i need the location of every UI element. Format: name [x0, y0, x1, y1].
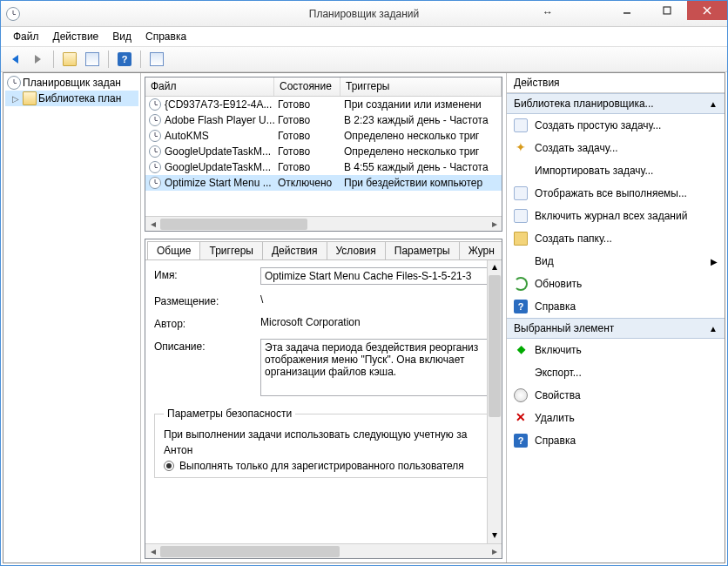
scroll-left-icon[interactable]: ◂	[145, 217, 160, 232]
action-item[interactable]: ✦Создать задачу...	[507, 137, 725, 159]
tab-triggers[interactable]: Триггеры	[199, 241, 263, 259]
menu-view[interactable]: Вид	[105, 29, 138, 44]
scroll-right-icon[interactable]: ▸	[487, 217, 502, 232]
help-icon: ?	[514, 300, 528, 313]
action-label: Создать папку...	[535, 232, 612, 245]
action-item[interactable]: ✕Удалить	[507, 407, 725, 429]
action-item[interactable]: Отображать все выполняемы...	[507, 182, 725, 205]
help-button[interactable]: ?	[114, 49, 135, 70]
label-description: Описание:	[154, 339, 260, 353]
clock-icon	[149, 177, 161, 189]
action-label: Справка	[535, 435, 576, 447]
action-item[interactable]: Включить журнал всех заданий	[507, 205, 725, 227]
task-name: Optimize Start Menu ...	[165, 177, 272, 189]
close-button[interactable]	[687, 1, 727, 20]
up-button[interactable]	[59, 49, 80, 70]
maximize-button[interactable]	[647, 1, 687, 20]
scroll-thumb[interactable]	[160, 546, 340, 557]
action-item[interactable]: Экспорт...	[507, 361, 725, 384]
refresh-icon	[514, 277, 528, 291]
header-state[interactable]: Состояние	[274, 77, 340, 96]
blank-icon	[514, 164, 528, 178]
tab-actions[interactable]: Действия	[262, 241, 327, 259]
panes-button[interactable]	[82, 49, 103, 70]
clock-icon	[149, 130, 161, 142]
back-button[interactable]	[4, 49, 25, 70]
tree-pane: Планировщик задан ▷ Библиотека план	[3, 73, 141, 563]
action-item[interactable]: ◆Включить	[507, 339, 725, 361]
menu-action[interactable]: Действие	[46, 29, 106, 44]
action-pane-button[interactable]	[146, 49, 167, 70]
scroll-thumb[interactable]	[160, 219, 307, 230]
action-item[interactable]: Создать папку...	[507, 227, 725, 250]
clock-icon	[149, 161, 161, 173]
radio-logged-user[interactable]	[164, 461, 174, 471]
actions-group-library[interactable]: Библиотека планировщика... ▲	[507, 93, 725, 114]
collapse-icon[interactable]: ▲	[709, 99, 718, 109]
clock-icon	[7, 76, 21, 90]
scroll-down-icon[interactable]: ▾	[488, 529, 502, 543]
vscroll-thumb[interactable]	[489, 275, 501, 417]
star-icon: ✦	[514, 141, 528, 155]
action-item[interactable]: Импортировать задачу...	[507, 159, 725, 182]
task-state: Готово	[274, 145, 340, 158]
task-name: Adobe Flash Player U...	[165, 114, 274, 126]
scroll-right-icon[interactable]: ▸	[487, 544, 502, 559]
scroll-left-icon[interactable]: ◂	[145, 544, 160, 559]
task-trigger: В 2:23 каждый день - Частота	[340, 114, 502, 126]
value-location: \	[260, 293, 493, 306]
actions-group-selected-label: Выбранный элемент	[514, 322, 614, 334]
tree-root[interactable]: Планировщик задан	[5, 75, 138, 91]
action-item[interactable]: Свойства	[507, 384, 725, 407]
tab-history[interactable]: Журн	[459, 241, 502, 259]
toolbar: ?	[1, 46, 727, 72]
details-panel: Общие Триггеры Действия Условия Параметр…	[145, 239, 502, 559]
table-row[interactable]: Optimize Start Menu ...ОтключеноПри безд…	[145, 175, 502, 191]
header-triggers[interactable]: Триггеры	[340, 77, 502, 96]
details-hscrollbar[interactable]: ◂ ▸	[145, 543, 502, 558]
action-icon	[514, 186, 528, 200]
action-item[interactable]: Создать простую задачу...	[507, 114, 725, 137]
description-field[interactable]	[260, 339, 493, 396]
task-state: Готово	[274, 161, 340, 173]
task-name: GoogleUpdateTaskM...	[165, 145, 271, 158]
security-legend: Параметры безопасности	[164, 408, 295, 420]
action-item[interactable]: ?Справка	[507, 429, 725, 452]
collapse-icon[interactable]: ▲	[709, 324, 718, 334]
name-field[interactable]	[260, 267, 493, 285]
action-label: Включить журнал всех заданий	[535, 210, 687, 222]
task-name: {CD937A73-E912-4A...	[165, 98, 272, 111]
submenu-arrow-icon: ▶	[711, 257, 718, 266]
tab-settings[interactable]: Параметры	[385, 241, 460, 259]
tab-general[interactable]: Общие	[147, 241, 200, 260]
delete-icon: ✕	[514, 411, 528, 425]
action-item[interactable]: ?Справка	[507, 295, 725, 318]
action-item[interactable]: Вид▶	[507, 250, 725, 273]
resize-icon[interactable]: ↔	[543, 6, 553, 18]
workspace: Планировщик задан ▷ Библиотека план Файл…	[3, 72, 725, 563]
actions-group-selected[interactable]: Выбранный элемент ▲	[507, 318, 725, 339]
minimize-button[interactable]	[607, 1, 647, 20]
security-account: Антон	[164, 444, 483, 456]
tab-conditions[interactable]: Условия	[327, 241, 386, 259]
menu-help[interactable]: Справка	[138, 29, 193, 44]
task-trigger: Определено несколько триг	[340, 130, 502, 142]
menu-file[interactable]: Файл	[6, 29, 46, 44]
action-label: Удалить	[535, 412, 575, 424]
table-row[interactable]: GoogleUpdateTaskM...ГотовоВ 4:55 каждый …	[145, 159, 502, 175]
table-row[interactable]: GoogleUpdateTaskM...ГотовоОпределено нес…	[145, 144, 502, 159]
tree-library[interactable]: ▷ Библиотека план	[5, 91, 138, 106]
action-label: Создать простую задачу...	[535, 119, 661, 131]
tasklist-header: Файл Состояние Триггеры	[145, 77, 502, 97]
table-row[interactable]: Adobe Flash Player U...ГотовоВ 2:23 кажд…	[145, 112, 502, 128]
table-row[interactable]: AutoKMSГотовоОпределено несколько триг	[145, 128, 502, 144]
forward-button[interactable]	[27, 49, 48, 70]
action-item[interactable]: Обновить	[507, 273, 725, 295]
hscrollbar[interactable]: ◂ ▸	[145, 216, 502, 231]
action-label: Создать задачу...	[535, 142, 618, 154]
vscrollbar[interactable]: ▴ ▾	[487, 260, 502, 543]
scroll-up-icon[interactable]: ▴	[488, 260, 502, 275]
header-file[interactable]: Файл	[145, 77, 274, 96]
table-row[interactable]: {CD937A73-E912-4A...ГотовоПри создании и…	[145, 97, 502, 112]
expand-icon[interactable]: ▷	[10, 94, 21, 104]
